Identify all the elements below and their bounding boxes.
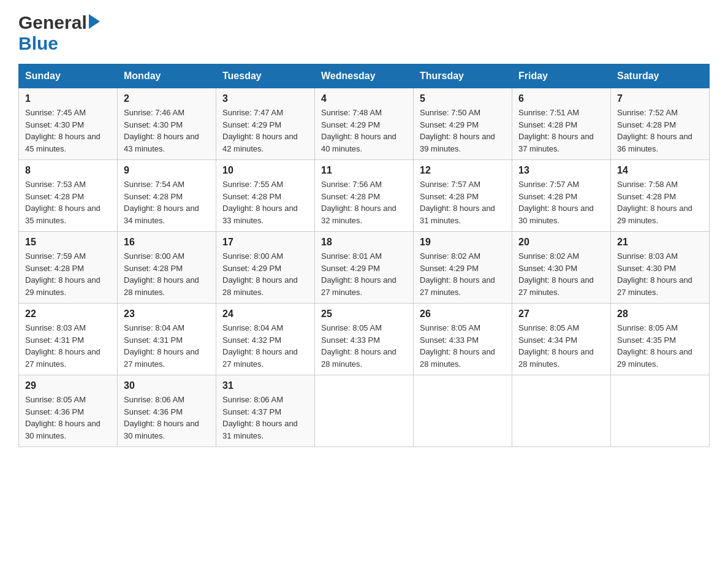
day-number: 24 [222, 308, 308, 320]
calendar-cell: 3 Sunrise: 7:47 AMSunset: 4:29 PMDayligh… [216, 88, 315, 160]
weekday-header-tuesday: Tuesday [216, 64, 315, 88]
weekday-header-sunday: Sunday [19, 64, 118, 88]
day-number: 22 [25, 308, 111, 320]
calendar-week-row: 1 Sunrise: 7:45 AMSunset: 4:30 PMDayligh… [19, 88, 710, 160]
day-info: Sunrise: 7:55 AMSunset: 4:28 PMDaylight:… [222, 180, 298, 225]
calendar-cell: 26 Sunrise: 8:05 AMSunset: 4:33 PMDaylig… [414, 304, 512, 375]
day-info: Sunrise: 7:45 AMSunset: 4:30 PMDaylight:… [25, 108, 100, 153]
day-info: Sunrise: 7:59 AMSunset: 4:28 PMDaylight:… [25, 251, 100, 297]
logo-arrow-icon [89, 14, 100, 31]
day-number: 29 [25, 380, 111, 391]
calendar-cell: 28 Sunrise: 8:05 AMSunset: 4:35 PMDaylig… [611, 304, 710, 375]
day-number: 17 [222, 237, 308, 248]
day-info: Sunrise: 8:05 AMSunset: 4:33 PMDaylight:… [420, 323, 495, 369]
calendar-cell: 19 Sunrise: 8:02 AMSunset: 4:29 PMDaylig… [414, 232, 512, 304]
weekday-header-monday: Monday [118, 64, 216, 88]
day-number: 5 [420, 93, 506, 104]
calendar-cell: 7 Sunrise: 7:52 AMSunset: 4:28 PMDayligh… [611, 88, 710, 160]
day-number: 2 [124, 93, 210, 104]
day-info: Sunrise: 7:56 AMSunset: 4:28 PMDaylight:… [321, 180, 396, 225]
weekday-header-thursday: Thursday [414, 64, 512, 88]
calendar-week-row: 8 Sunrise: 7:53 AMSunset: 4:28 PMDayligh… [19, 160, 710, 232]
weekday-header-wednesday: Wednesday [315, 64, 414, 88]
day-info: Sunrise: 8:03 AMSunset: 4:30 PMDaylight:… [617, 251, 692, 297]
calendar-cell: 27 Sunrise: 8:05 AMSunset: 4:34 PMDaylig… [512, 304, 611, 375]
day-info: Sunrise: 8:06 AMSunset: 4:37 PMDaylight:… [222, 395, 298, 440]
day-number: 31 [222, 380, 308, 391]
calendar-cell: 24 Sunrise: 8:04 AMSunset: 4:32 PMDaylig… [216, 304, 315, 375]
day-number: 9 [124, 165, 210, 176]
day-info: Sunrise: 8:05 AMSunset: 4:35 PMDaylight:… [617, 323, 692, 369]
day-number: 26 [420, 308, 506, 320]
calendar-cell: 9 Sunrise: 7:54 AMSunset: 4:28 PMDayligh… [118, 160, 216, 232]
day-info: Sunrise: 8:05 AMSunset: 4:33 PMDaylight:… [321, 323, 396, 369]
day-info: Sunrise: 7:57 AMSunset: 4:28 PMDaylight:… [518, 180, 594, 225]
day-number: 21 [617, 237, 703, 248]
day-info: Sunrise: 8:00 AMSunset: 4:28 PMDaylight:… [124, 251, 199, 297]
calendar-cell [315, 375, 414, 447]
day-number: 3 [222, 93, 308, 104]
logo-blue-text: Blue [18, 33, 58, 53]
day-info: Sunrise: 8:05 AMSunset: 4:34 PMDaylight:… [518, 323, 594, 369]
calendar-cell: 25 Sunrise: 8:05 AMSunset: 4:33 PMDaylig… [315, 304, 414, 375]
calendar-cell: 13 Sunrise: 7:57 AMSunset: 4:28 PMDaylig… [512, 160, 611, 232]
calendar-week-row: 29 Sunrise: 8:05 AMSunset: 4:36 PMDaylig… [19, 375, 710, 447]
day-number: 4 [321, 93, 407, 104]
day-info: Sunrise: 7:58 AMSunset: 4:28 PMDaylight:… [617, 180, 692, 225]
calendar-cell: 10 Sunrise: 7:55 AMSunset: 4:28 PMDaylig… [216, 160, 315, 232]
calendar-cell: 29 Sunrise: 8:05 AMSunset: 4:36 PMDaylig… [19, 375, 118, 447]
page-header: General Blue [18, 12, 710, 54]
calendar-cell: 17 Sunrise: 8:00 AMSunset: 4:29 PMDaylig… [216, 232, 315, 304]
day-info: Sunrise: 7:50 AMSunset: 4:29 PMDaylight:… [420, 108, 495, 153]
calendar-cell: 4 Sunrise: 7:48 AMSunset: 4:29 PMDayligh… [315, 88, 414, 160]
calendar-table: SundayMondayTuesdayWednesdayThursdayFrid… [18, 64, 710, 447]
calendar-cell: 18 Sunrise: 8:01 AMSunset: 4:29 PMDaylig… [315, 232, 414, 304]
day-info: Sunrise: 7:46 AMSunset: 4:30 PMDaylight:… [124, 108, 199, 153]
calendar-week-row: 15 Sunrise: 7:59 AMSunset: 4:28 PMDaylig… [19, 232, 710, 304]
day-number: 1 [25, 93, 111, 104]
day-number: 25 [321, 308, 407, 320]
day-info: Sunrise: 7:54 AMSunset: 4:28 PMDaylight:… [124, 180, 199, 225]
day-number: 19 [420, 237, 506, 248]
calendar-cell: 2 Sunrise: 7:46 AMSunset: 4:30 PMDayligh… [118, 88, 216, 160]
weekday-header-friday: Friday [512, 64, 611, 88]
calendar-header-row: SundayMondayTuesdayWednesdayThursdayFrid… [19, 64, 710, 88]
day-info: Sunrise: 8:05 AMSunset: 4:36 PMDaylight:… [25, 395, 100, 440]
calendar-cell: 1 Sunrise: 7:45 AMSunset: 4:30 PMDayligh… [19, 88, 118, 160]
day-number: 10 [222, 165, 308, 176]
day-info: Sunrise: 7:51 AMSunset: 4:28 PMDaylight:… [518, 108, 594, 153]
logo-general-text: General [18, 12, 87, 33]
calendar-cell: 5 Sunrise: 7:50 AMSunset: 4:29 PMDayligh… [414, 88, 512, 160]
day-info: Sunrise: 8:02 AMSunset: 4:30 PMDaylight:… [518, 251, 594, 297]
calendar-cell: 21 Sunrise: 8:03 AMSunset: 4:30 PMDaylig… [611, 232, 710, 304]
day-info: Sunrise: 7:53 AMSunset: 4:28 PMDaylight:… [25, 180, 100, 225]
calendar-cell [512, 375, 611, 447]
day-info: Sunrise: 8:06 AMSunset: 4:36 PMDaylight:… [124, 395, 199, 440]
day-number: 27 [518, 308, 604, 320]
day-info: Sunrise: 7:47 AMSunset: 4:29 PMDaylight:… [222, 108, 298, 153]
calendar-cell [414, 375, 512, 447]
day-number: 6 [518, 93, 604, 104]
day-number: 11 [321, 165, 407, 176]
day-number: 18 [321, 237, 407, 248]
day-info: Sunrise: 7:48 AMSunset: 4:29 PMDaylight:… [321, 108, 396, 153]
day-number: 20 [518, 237, 604, 248]
day-info: Sunrise: 8:02 AMSunset: 4:29 PMDaylight:… [420, 251, 495, 297]
day-number: 13 [518, 165, 604, 176]
calendar-cell: 22 Sunrise: 8:03 AMSunset: 4:31 PMDaylig… [19, 304, 118, 375]
day-number: 14 [617, 165, 703, 176]
calendar-cell: 12 Sunrise: 7:57 AMSunset: 4:28 PMDaylig… [414, 160, 512, 232]
day-number: 12 [420, 165, 506, 176]
calendar-cell [611, 375, 710, 447]
day-number: 16 [124, 237, 210, 248]
day-number: 7 [617, 93, 703, 104]
calendar-cell: 23 Sunrise: 8:04 AMSunset: 4:31 PMDaylig… [118, 304, 216, 375]
calendar-cell: 14 Sunrise: 7:58 AMSunset: 4:28 PMDaylig… [611, 160, 710, 232]
day-info: Sunrise: 8:03 AMSunset: 4:31 PMDaylight:… [25, 323, 100, 369]
day-info: Sunrise: 7:57 AMSunset: 4:28 PMDaylight:… [420, 180, 495, 225]
weekday-header-saturday: Saturday [611, 64, 710, 88]
day-info: Sunrise: 7:52 AMSunset: 4:28 PMDaylight:… [617, 108, 692, 153]
calendar-cell: 16 Sunrise: 8:00 AMSunset: 4:28 PMDaylig… [118, 232, 216, 304]
day-info: Sunrise: 8:01 AMSunset: 4:29 PMDaylight:… [321, 251, 396, 297]
calendar-cell: 6 Sunrise: 7:51 AMSunset: 4:28 PMDayligh… [512, 88, 611, 160]
